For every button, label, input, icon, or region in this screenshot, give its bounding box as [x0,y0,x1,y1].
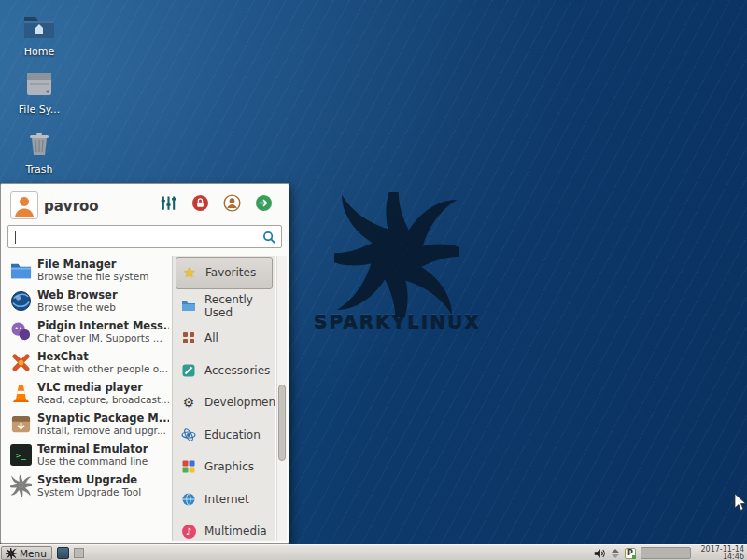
menu-button-label: Menu [20,548,47,559]
user-avatar[interactable] [10,191,38,219]
scrollbar-thumb[interactable] [278,385,286,462]
terminal-prompt-glyph: >_ [16,451,26,460]
whisker-menu: pavroo [0,183,289,544]
app-name: Terminal Emulator [37,442,169,455]
category-panel: ★ Favorites Recently Used All [172,256,275,541]
category-scrollbar[interactable] [276,256,287,541]
category-label: Multimedia [204,525,267,538]
clipboard-label: P [627,549,633,557]
app-item-vlc[interactable]: VLC media player Read, capture, broadcas… [3,379,171,410]
category-label: Education [204,428,261,441]
search-input[interactable] [8,226,281,247]
application-list: File Manager Browse the file system Web … [3,256,171,541]
app-description: Browse the file system [37,271,169,283]
category-label: Graphics [204,460,254,473]
system-tray: P 2017-11-14 14:46 [593,545,744,560]
multimedia-icon: ♪ [181,524,196,539]
category-label: Recently Used [204,293,275,319]
app-name: Synaptic Package M... [37,412,169,425]
app-name: File Manager [37,258,169,271]
app-description: Install, remove and upgr... [37,425,169,437]
category-label: Internet [204,493,249,506]
star-icon: ★ [182,265,197,280]
globe-icon [181,492,196,507]
username: pavroo [44,198,99,215]
app-description: Chat over IM. Supports ... [37,332,169,344]
graphics-icon [181,459,196,474]
app-name: VLC media player [37,381,169,394]
desktop: SPARKYLINUX Home File Sy... Trash pavroo [0,0,747,560]
app-item-hexchat[interactable]: HexChat Chat with other people o... [3,348,171,379]
panel-monitor-widget[interactable] [641,547,691,559]
app-item-terminal[interactable]: >_ Terminal Emulator Use the command lin… [3,441,171,471]
hexchat-icon [10,352,32,373]
vlc-icon [10,383,32,404]
app-item-synaptic[interactable]: Synaptic Package M... Install, remove an… [3,410,171,441]
logout-icon[interactable] [255,194,273,212]
search-box [7,225,282,248]
category-label: All [204,331,218,344]
gear-icon: ⚙ [181,395,196,410]
desktop-icon-home[interactable]: Home [9,13,69,58]
category-internet[interactable]: Internet [173,483,275,516]
all-apps-icon [181,330,196,345]
category-recently-used[interactable]: Recently Used [173,290,275,323]
desktop-icon-trash[interactable]: Trash [9,131,69,175]
volume-icon[interactable] [593,547,606,560]
clock-time: 14:46 [696,553,744,560]
notification-icon[interactable] [611,548,620,559]
atom-icon [181,427,196,442]
home-folder-icon [23,13,55,39]
app-description: Browse the web [37,301,169,314]
category-accessories[interactable]: Accessories [173,355,275,387]
trash-icon [23,131,55,157]
accessories-icon [181,363,196,378]
settings-icon[interactable] [160,194,177,212]
menu-swirl-icon [6,548,17,559]
web-browser-icon [10,290,32,312]
app-description: System Upgrade Tool [37,486,169,498]
app-name: Pidgin Internet Mess... [37,319,169,332]
system-upgrade-icon [10,475,32,497]
category-development[interactable]: ⚙ Development [173,386,275,419]
category-favorites[interactable]: ★ Favorites [176,257,273,289]
category-label: Accessories [204,364,270,377]
sparky-swirl-logo [334,192,459,317]
app-item-pidgin[interactable]: Pidgin Internet Mess... Chat over IM. Su… [3,317,171,348]
desktop-icon-filesystem[interactable]: File Sy... [9,71,69,116]
terminal-icon: >_ [10,444,32,466]
desktop-icon-label: Home [9,46,69,58]
category-all[interactable]: All [173,322,275,355]
search-icon [262,231,276,245]
text-caret [15,231,16,244]
synaptic-icon [10,413,32,435]
pidgin-icon [10,321,32,343]
app-description: Use the command line [37,455,169,468]
app-description: Read, capture, broadcast... [37,394,169,406]
category-education[interactable]: Education [173,419,275,452]
clipboard-manager-icon[interactable]: P [625,548,636,559]
desktop-icon-label: Trash [9,163,69,175]
app-name: HexChat [37,350,169,363]
file-manager-icon [10,259,32,281]
app-item-web-browser[interactable]: Web Browser Browse the web [3,287,171,317]
note-glyph: ♪ [186,526,191,537]
category-graphics[interactable]: Graphics [173,451,275,483]
workspace-pager[interactable] [74,548,84,558]
app-name: System Upgrade [37,473,169,486]
wallpaper-logo: SPARKYLINUX [314,192,480,332]
app-item-file-manager[interactable]: File Manager Browse the file system [3,256,171,287]
app-item-system-upgrade[interactable]: System Upgrade System Upgrade Tool [3,471,171,502]
desktop-icon-label: File Sy... [9,104,69,116]
category-label: Development [204,396,275,409]
recently-used-icon [181,299,196,314]
app-description: Chat with other people o... [37,363,169,375]
category-multimedia[interactable]: ♪ Multimedia [173,515,275,541]
menu-button[interactable]: Menu [1,546,52,560]
taskbar-plugin-icon[interactable] [57,547,69,559]
category-label: Favorites [205,266,256,279]
lock-screen-icon[interactable] [191,194,209,212]
drive-icon [23,71,55,97]
switch-user-icon[interactable] [223,194,241,212]
clock[interactable]: 2017-11-14 14:46 [696,546,744,560]
